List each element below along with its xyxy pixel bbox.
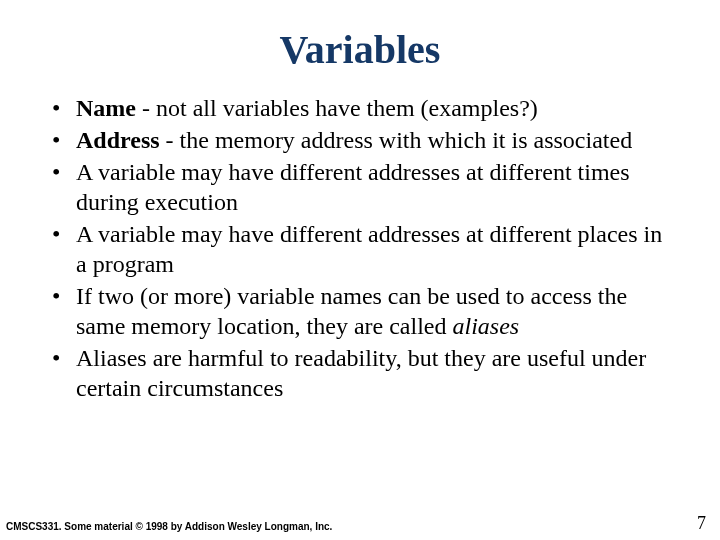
- slide-title: Variables: [0, 0, 720, 83]
- list-item: A variable may have different addresses …: [46, 219, 674, 279]
- bullet-lead: Name: [76, 95, 136, 121]
- list-item: If two (or more) variable names can be u…: [46, 281, 674, 341]
- footer-copyright: CMSCS331. Some material © 1998 by Addiso…: [6, 521, 332, 532]
- bullet-text: A variable may have different addresses …: [76, 159, 630, 215]
- page-number: 7: [697, 513, 706, 534]
- list-item: A variable may have different addresses …: [46, 157, 674, 217]
- slide-body: Name - not all variables have them (exam…: [0, 93, 720, 403]
- bullet-text: If two (or more) variable names can be u…: [76, 283, 627, 339]
- bullet-list: Name - not all variables have them (exam…: [46, 93, 674, 403]
- list-item: Address - the memory address with which …: [46, 125, 674, 155]
- bullet-text: - not all variables have them (examples?…: [136, 95, 538, 121]
- bullet-emph: aliases: [453, 313, 520, 339]
- bullet-text: Aliases are harmful to readability, but …: [76, 345, 646, 401]
- bullet-lead: Address: [76, 127, 160, 153]
- bullet-text: - the memory address with which it is as…: [160, 127, 633, 153]
- slide: Variables Name - not all variables have …: [0, 0, 720, 540]
- list-item: Name - not all variables have them (exam…: [46, 93, 674, 123]
- list-item: Aliases are harmful to readability, but …: [46, 343, 674, 403]
- bullet-text: A variable may have different addresses …: [76, 221, 662, 277]
